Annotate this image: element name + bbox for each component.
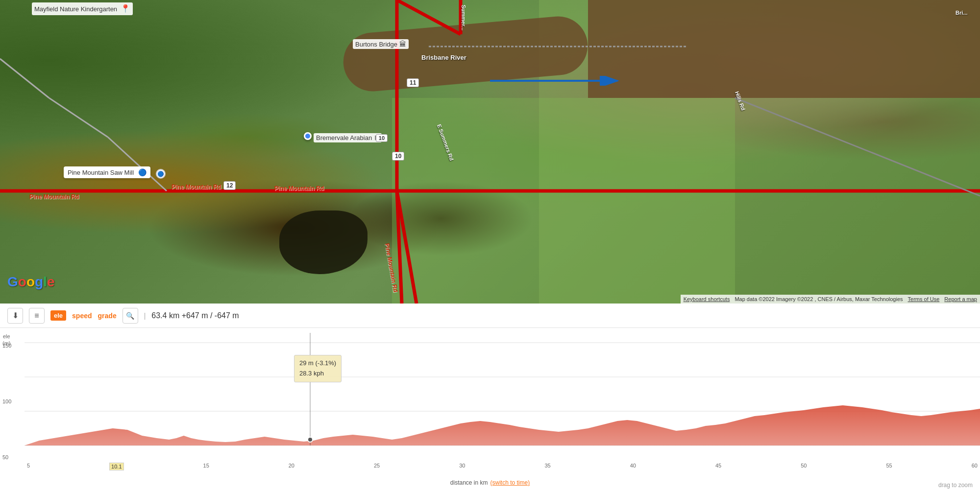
drag-hint: drag to zoom	[938, 482, 973, 489]
kindergarten-label: Mayfield Nature Kindergarten 📍	[32, 2, 133, 15]
tooltip-speed: 28.3 kph	[299, 369, 336, 379]
download-button[interactable]: ⬇	[7, 308, 23, 324]
svg-line-4	[397, 0, 461, 34]
bris-label: Bri...	[956, 10, 967, 16]
chart-toolbar: ⬇ ≡ ele speed grade 🔍 | 63.4 km +647 m /…	[0, 304, 980, 328]
river-label: Brisbane River	[421, 54, 466, 61]
x-label-5: 5	[27, 463, 30, 470]
sawmill-label: Pine Mountain Saw Mill 🔵	[64, 166, 150, 178]
tooltip-elevation: 29 m (-3.1%)	[299, 358, 336, 369]
road-number-11: 11	[407, 78, 419, 87]
road-number-12: 12	[223, 181, 236, 190]
x-label-15: 15	[203, 463, 209, 470]
x-label-20: 20	[289, 463, 294, 470]
svg-line-10	[735, 98, 980, 196]
elevation-chart-svg	[24, 333, 980, 475]
arabian-label: Bremervale Arabian 10 ld	[314, 133, 382, 142]
y-label-50: 50	[2, 454, 11, 460]
map-attribution: Keyboard shortcuts Map data ©2022 Imager…	[681, 295, 980, 304]
svg-line-9	[0, 59, 49, 98]
y-label-150: 150	[2, 343, 11, 349]
x-axis-labels: 5 10.1 15 20 25 30 35 40 45 50 55 60	[24, 463, 980, 470]
pine-mountain-rd-label-1: Pine Mountain Rd	[29, 193, 79, 200]
elevation-tooltip: 29 m (-3.1%) 28.3 kph	[294, 355, 342, 382]
x-axis-distance-label: distance in km	[450, 479, 488, 486]
blue-dot-pin	[304, 132, 312, 140]
svg-line-8	[49, 98, 108, 137]
x-label-30: 30	[459, 463, 465, 470]
svg-point-18	[308, 437, 313, 442]
x-label-40: 40	[630, 463, 636, 470]
x-label-50: 50	[801, 463, 807, 470]
toolbar-separator: |	[144, 312, 146, 320]
y-label-100: 100	[2, 398, 11, 404]
summers-rd-top-label: Summer...	[461, 5, 466, 31]
river-direction-arrow	[490, 76, 627, 86]
ele-tag[interactable]: ele	[50, 310, 66, 321]
y-axis-labels: 150 100 50	[2, 343, 11, 460]
roads-svg	[0, 0, 980, 304]
sawmill-pin-area: 🔵	[156, 169, 166, 179]
x-axis-description: distance in km (switch to time)	[0, 479, 980, 486]
bridge-label: Burtons Bridge 🏛	[353, 39, 409, 49]
grade-tag[interactable]: grade	[98, 312, 117, 320]
x-label-45: 45	[715, 463, 721, 470]
chart-area[interactable]: ele(m) 150 100 50	[0, 328, 980, 491]
chart-stats: 63.4 km +647 m / -647 m	[151, 311, 239, 320]
google-logo: Google	[7, 274, 54, 290]
pine-mountain-rd-label-3: Pine Mountain Rd	[274, 185, 324, 192]
x-label-55: 55	[886, 463, 892, 470]
x-label-35: 35	[544, 463, 550, 470]
switch-to-time-link[interactable]: (switch to time)	[490, 479, 530, 486]
zoom-button[interactable]: 🔍	[122, 308, 138, 324]
svg-line-7	[108, 137, 167, 191]
chart-panel: ⬇ ≡ ele speed grade 🔍 | 63.4 km +647 m /…	[0, 304, 980, 491]
x-label-60: 60	[972, 463, 978, 470]
pine-mountain-rd-label-2: Pine Mountain Rd	[172, 184, 221, 190]
x-label-25: 25	[374, 463, 380, 470]
list-button[interactable]: ≡	[29, 308, 45, 324]
map-container[interactable]: Mayfield Nature Kindergarten 📍 Burtons B…	[0, 0, 980, 304]
speed-tag[interactable]: speed	[72, 312, 92, 320]
x-label-10-highlighted: 10.1	[109, 463, 123, 470]
road-number-10: 10	[392, 152, 404, 161]
